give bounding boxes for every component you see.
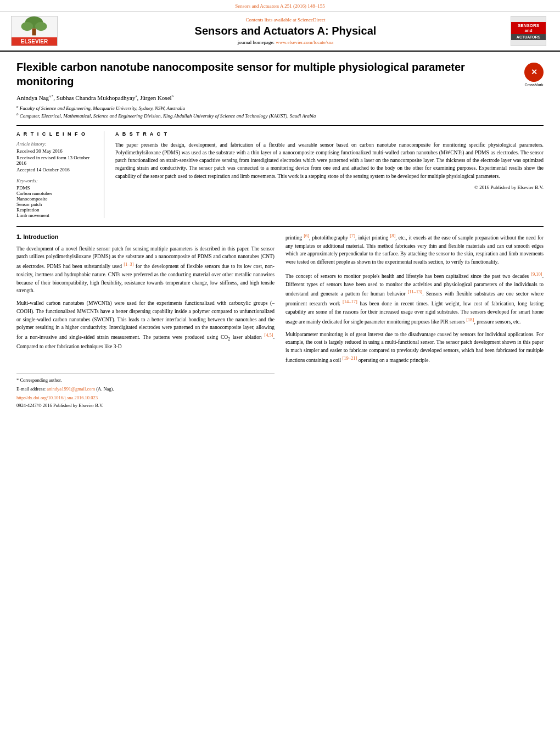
right-para3: Multiparameter monitoring is of great in… (285, 331, 544, 365)
elsevier-logo: ELSEVIER (11, 16, 60, 46)
right-para2: The concept of sensors to monitor people… (285, 271, 544, 326)
email-address: anindya1991@gmail.com (47, 386, 95, 392)
intro-heading: 1. Introduction (16, 232, 275, 242)
ref-4-5: [4,5] (264, 332, 273, 338)
sensors-logo-box: SENSORSand ACTUATORS (511, 16, 546, 46)
ref-18: [18] (466, 317, 474, 322)
affil2-text: Computer, Electrical, Mathematical, Scie… (20, 113, 316, 119)
journal-header-center: Contents lists available at ScienceDirec… (66, 17, 505, 45)
article-info-column: A R T I C L E I N F O Article history: R… (16, 131, 104, 218)
crossmark-label: CrossMark (524, 83, 544, 87)
keyword-2: Carbon nanotubes (16, 191, 97, 196)
doi-link[interactable]: http://dx.doi.org/10.1016/j.sna.2016.10.… (16, 394, 275, 401)
article-title-section: Flexible carbon nanotube nanocomposite s… (16, 60, 544, 88)
sciencedirect-link: Contents lists available at ScienceDirec… (66, 17, 505, 23)
keywords-section: Keywords: PDMS Carbon nanotubes Nanocomp… (16, 178, 97, 218)
section-divider (16, 226, 544, 227)
sensors-logo-bottom-text: ACTUATORS (511, 34, 546, 40)
author3-sup: b (172, 94, 174, 98)
abstract-label: A B S T R A C T (115, 131, 544, 137)
journal-homepage: journal homepage: www.elsevier.com/locat… (66, 40, 505, 45)
svg-point-3 (35, 22, 47, 31)
svg-point-2 (21, 22, 33, 31)
article-info-label: A R T I C L E I N F O (16, 131, 97, 137)
keyword-6: Limb movement (16, 213, 97, 218)
crossmark-icon: ✕ (524, 63, 544, 82)
email-suffix: (A. Nag). (96, 386, 114, 392)
main-content: Flexible carbon nanotube nanocomposite s… (0, 52, 560, 417)
received-date: Received 30 May 2016 (16, 148, 97, 154)
keywords-label: Keywords: (16, 178, 97, 183)
svg-rect-4 (32, 29, 36, 36)
accepted-date: Accepted 14 October 2016 (16, 167, 97, 172)
elsevier-text: ELSEVIER (12, 37, 57, 46)
affil2-sup: b (16, 112, 19, 116)
body-column-left: 1. Introduction The development of a nov… (16, 232, 275, 409)
copyright-text: © 2016 Published by Elsevier B.V. (115, 185, 544, 190)
article-history-label: Article history: (16, 141, 97, 147)
article-title: Flexible carbon nanotube nanocomposite s… (16, 60, 519, 88)
author1-sup: a,* (49, 94, 53, 98)
body-columns: 1. Introduction The development of a nov… (16, 232, 544, 409)
keyword-3: Nanocomposite (16, 196, 97, 202)
footer-area: * Corresponding author. E-mail address: … (16, 373, 275, 409)
authors-line: Anindya Naga,*, Subhas Chandra Mukhopadh… (16, 94, 544, 101)
ref-11-13: [11–13] (408, 289, 423, 294)
affil1-sup: a (16, 104, 19, 109)
crossmark-box: ✕ CrossMark (524, 63, 544, 82)
sensors-logo-top-text: SENSORSand (511, 22, 546, 34)
journal-title-header: Sensors and Actuators A: Physical (66, 25, 505, 37)
ref-9-10: [9,10] (531, 271, 542, 277)
author2-sup: a (135, 94, 137, 98)
ref-14-17: [14–17] (343, 299, 357, 304)
author1-name: Anindya Nag (16, 94, 49, 101)
intro-para2: Multi-walled carbon nanotubes (MWCNTs) w… (16, 299, 275, 351)
journal-logo-right: SENSORSand ACTUATORS (511, 16, 549, 46)
body-column-right: printing [6], photolithography [7], inkj… (285, 232, 544, 409)
email-note: E-mail address: anindya1991@gmail.com (A… (16, 386, 275, 393)
abstract-text: The paper presents the design, developme… (115, 141, 544, 180)
affil-2: b Computer, Electrical, Mathematical, Sc… (16, 112, 544, 119)
corresponding-author-note: * Corresponding author. (16, 377, 275, 384)
affiliations: a Faculty of Science and Engineering, Ma… (16, 104, 544, 119)
author3-name: Jürgen Kosel (140, 94, 172, 101)
revised-date: Received in revised form 13 October 2016 (16, 155, 97, 166)
keyword-5: Respiration (16, 207, 97, 213)
ref-7: [7] (350, 233, 355, 238)
keyword-1: PDMS (16, 185, 97, 191)
elsevier-logo-box: ELSEVIER (11, 16, 58, 46)
abstract-column: A B S T R A C T The paper presents the d… (115, 131, 544, 218)
affil-1: a Faculty of Science and Engineering, Ma… (16, 104, 544, 111)
intro-para1: The development of a novel flexible sens… (16, 245, 275, 295)
ref-19-21: [19–21] (342, 355, 357, 361)
keyword-4: Sensor patch (16, 202, 97, 207)
page-container: Sensors and Actuators A 251 (2016) 148–1… (0, 0, 560, 417)
affil1-text: Faculty of Science and Engineering, Macq… (20, 105, 185, 111)
issn-text: 0924-4247/© 2016 Published by Elsevier B… (16, 402, 275, 409)
ref-1-3: [1–3] (124, 261, 133, 267)
right-para1: printing [6], photolithography [7], inkj… (285, 232, 544, 266)
ref-8: [8] (390, 233, 395, 238)
elsevier-tree-icon (11, 16, 58, 37)
journal-ref-text: Sensors and Actuators A 251 (2016) 148–1… (235, 3, 325, 9)
journal-homepage-link[interactable]: www.elsevier.com/locate/sna (276, 40, 333, 45)
journal-header: ELSEVIER Contents lists available at Sci… (0, 12, 560, 52)
article-info-abstract-columns: A R T I C L E I N F O Article history: R… (16, 125, 544, 218)
author2-name: Subhas Chandra Mukhopadhyay (57, 94, 136, 101)
journal-reference-bar: Sensors and Actuators A 251 (2016) 148–1… (0, 0, 560, 12)
ref-6: [6] (304, 233, 309, 238)
